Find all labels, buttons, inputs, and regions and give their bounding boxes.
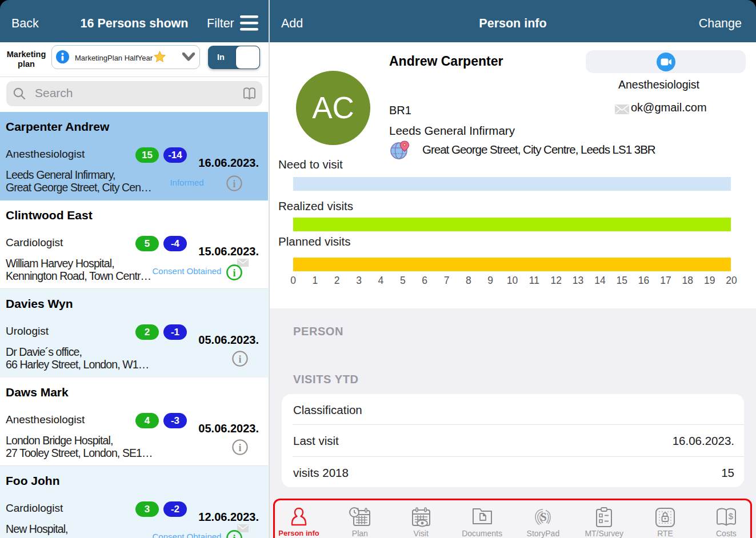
svg-text:i: i: [238, 442, 241, 453]
svg-text:i: i: [233, 178, 235, 190]
svg-text:S: S: [541, 511, 547, 523]
svg-text:$: $: [729, 511, 734, 521]
svg-text:i: i: [233, 267, 235, 279]
svg-text:i: i: [233, 533, 235, 538]
svg-text:i: i: [238, 354, 241, 365]
